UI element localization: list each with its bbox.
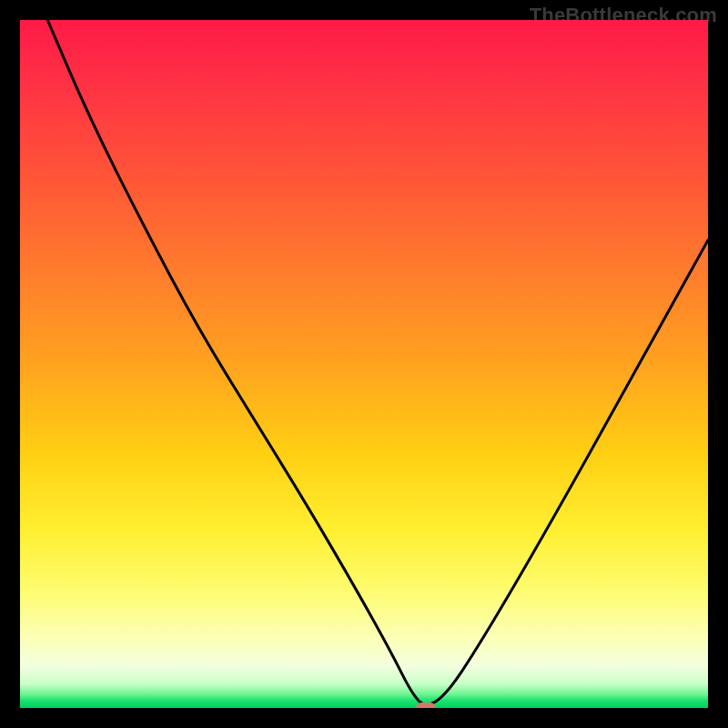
bottleneck-curve (20, 20, 708, 708)
optimal-point-marker (416, 703, 436, 708)
chart-frame: TheBottleneck.com (0, 0, 728, 728)
plot-area (20, 20, 708, 708)
